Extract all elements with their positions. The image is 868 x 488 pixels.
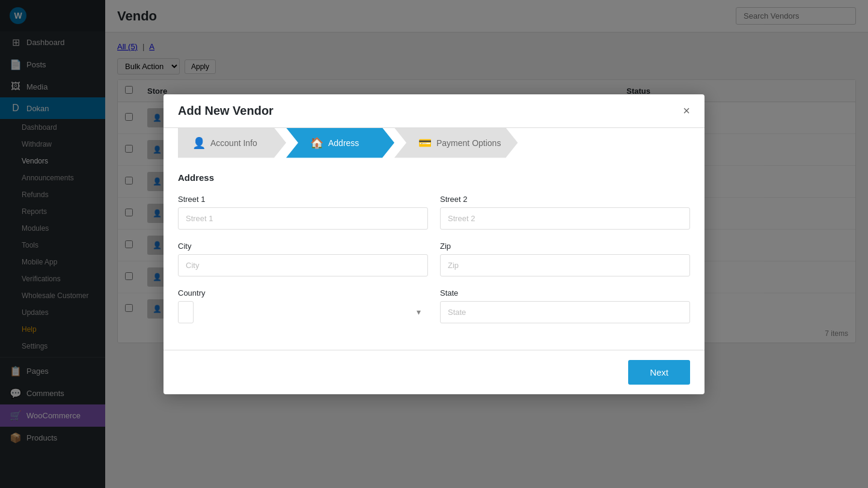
wizard-step-address[interactable]: 🏠 Address <box>286 128 394 158</box>
city-label: City <box>178 242 428 251</box>
modal-body: Address Street 1 Street 2 City <box>164 158 704 350</box>
street2-input[interactable] <box>440 207 690 230</box>
wizard-step-label: Payment Options <box>436 138 501 148</box>
street1-input[interactable] <box>178 207 428 230</box>
form-group-street2: Street 2 <box>440 195 690 230</box>
city-input[interactable] <box>178 254 428 276</box>
address-icon: 🏠 <box>310 136 323 150</box>
modal-scroll: Address Street 1 Street 2 City <box>164 158 704 350</box>
form-group-state: State <box>440 288 690 323</box>
wizard-steps: 👤 Account Info 🏠 Address 💳 Payment Optio… <box>164 128 704 158</box>
zip-label: Zip <box>440 242 690 251</box>
country-select-wrapper <box>178 301 428 323</box>
wizard-step-payment-options[interactable]: 💳 Payment Options <box>394 128 518 158</box>
country-select[interactable] <box>178 301 194 323</box>
modal-close-button[interactable]: × <box>683 105 690 117</box>
form-row-country-state: Country State <box>178 288 690 323</box>
country-label: Country <box>178 288 428 297</box>
form-group-country: Country <box>178 288 428 323</box>
payment-icon: 💳 <box>418 136 432 150</box>
form-row-city-zip: City Zip <box>178 242 690 276</box>
modal-header: Add New Vendor × <box>164 94 704 128</box>
wizard-step-label: Account Info <box>210 138 257 148</box>
wizard-step-label: Address <box>328 138 359 148</box>
modal-overlay: Add New Vendor × 👤 Account Info 🏠 Addres… <box>0 0 868 488</box>
form-group-zip: Zip <box>440 242 690 276</box>
account-info-icon: 👤 <box>192 136 206 150</box>
add-vendor-modal: Add New Vendor × 👤 Account Info 🏠 Addres… <box>164 94 704 394</box>
next-button[interactable]: Next <box>628 360 690 385</box>
wizard-step-account-info[interactable]: 👤 Account Info <box>178 128 286 158</box>
form-group-street1: Street 1 <box>178 195 428 230</box>
state-input[interactable] <box>440 301 690 323</box>
address-section-title: Address <box>178 172 690 183</box>
street2-label: Street 2 <box>440 195 690 204</box>
zip-input[interactable] <box>440 254 690 276</box>
modal-footer: Next <box>164 350 704 394</box>
street1-label: Street 1 <box>178 195 428 204</box>
form-row-streets: Street 1 Street 2 <box>178 195 690 230</box>
modal-title: Add New Vendor <box>178 104 274 118</box>
state-label: State <box>440 288 690 297</box>
form-group-city: City <box>178 242 428 276</box>
